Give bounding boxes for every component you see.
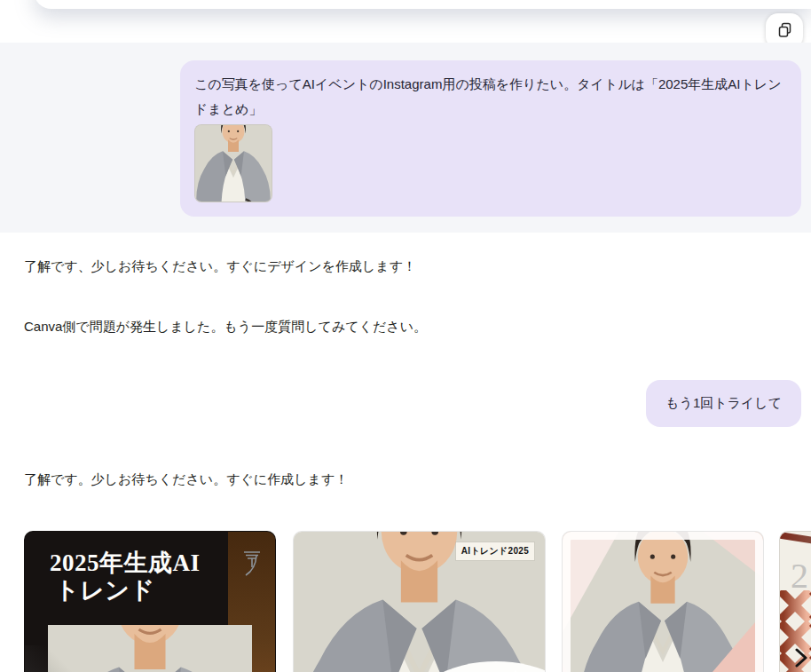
overlay-panel-edge — [34, 0, 811, 9]
card4-chevron-band — [780, 532, 811, 547]
copy-icon — [777, 22, 792, 40]
user-retry-text: もう1回トライして — [665, 395, 782, 412]
user-retry-bubble: もう1回トライして — [646, 380, 801, 427]
user-message-bubble: この写真を使ってAIイベントのInstagram用の投稿を作りたい。タイトルは「… — [180, 60, 801, 217]
design-thumbnail-1[interactable]: 2025年生成AI トレンド — [24, 531, 276, 672]
chevron-right-icon — [795, 648, 807, 670]
attachment-photo[interactable] — [194, 124, 272, 202]
design-thumbnail-2[interactable]: AIトレンド2025 — [293, 531, 546, 672]
assistant-error-message: Canva側で問題が発生しました。もう一度質問してみてください。 — [24, 320, 427, 334]
user-message-text: この写真を使ってAIイベントのInstagram用の投稿を作りたい。タイトルは「… — [194, 72, 783, 122]
card2-badge: AIトレンド2025 — [456, 542, 534, 560]
design-results-carousel: 2025年生成AI トレンド AIトレンド2025 — [24, 531, 811, 672]
assistant-message-2: 了解です。少しお待ちください。すぐに作成します！ — [24, 472, 348, 486]
chat-panel: この写真を使ってAIイベントのInstagram用の投稿を作りたい。タイトルは「… — [0, 0, 811, 672]
card1-vignette — [25, 645, 114, 672]
sparkle-icon — [499, 668, 532, 672]
carousel-next-button[interactable] — [788, 645, 811, 672]
design-thumbnail-3[interactable] — [562, 531, 764, 672]
assistant-message: 了解です、少しお待ちください。すぐにデザインを作成します！ — [24, 259, 416, 273]
card1-title: 2025年生成AI トレンド — [50, 549, 236, 605]
